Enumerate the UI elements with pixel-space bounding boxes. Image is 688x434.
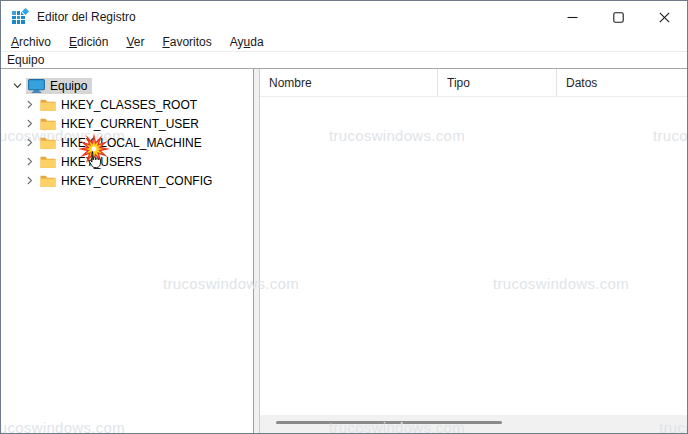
chevron-right-icon[interactable] — [24, 99, 35, 110]
menu-item-favoritos[interactable]: Favoritos — [153, 34, 220, 50]
horizontal-scrollbar-thumb[interactable] — [276, 421, 502, 424]
values-pane: NombreTipoDatos — [260, 69, 687, 433]
close-icon — [659, 12, 670, 23]
chevron-down-icon[interactable] — [12, 80, 23, 91]
column-header-label: Datos — [566, 76, 597, 90]
computer-icon — [28, 79, 45, 93]
folder-icon — [40, 174, 56, 187]
minimize-button[interactable] — [549, 1, 595, 33]
tree-item-hkey-classes-root[interactable]: HKEY_CLASSES_ROOT — [1, 95, 253, 114]
content-area: Equipo HKEY_CLASSES_ROOTHKEY_CURRENT_USE… — [1, 69, 687, 433]
window-title: Editor del Registro — [37, 10, 136, 24]
tree-item-label: Equipo — [50, 79, 87, 93]
menu-item-ayuda[interactable]: Ayuda — [221, 34, 273, 50]
chevron-right-icon[interactable] — [24, 137, 35, 148]
column-header-label: Tipo — [447, 76, 470, 90]
tree-item-equipo[interactable]: Equipo — [1, 76, 253, 95]
chevron-right-icon[interactable] — [24, 156, 35, 167]
menu-item-archivo[interactable]: Archivo — [2, 34, 60, 50]
tree-selection-highlight: Equipo — [26, 78, 92, 94]
tree-pane: Equipo HKEY_CLASSES_ROOTHKEY_CURRENT_USE… — [1, 69, 254, 433]
address-bar[interactable]: Equipo — [1, 52, 687, 69]
tree-item-hkey-local-machine[interactable]: HKEY_LOCAL_MACHINE — [1, 133, 253, 152]
tree-item-label: HKEY_CURRENT_USER — [61, 117, 199, 131]
horizontal-scrollbar[interactable] — [260, 415, 687, 433]
tree-item-label: HKEY_LOCAL_MACHINE — [61, 136, 202, 150]
column-header-datos[interactable]: Datos — [557, 69, 687, 96]
tree-item-label: HKEY_CLASSES_ROOT — [61, 98, 197, 112]
window-controls — [549, 1, 687, 33]
folder-icon — [40, 117, 56, 130]
values-list-body[interactable] — [260, 97, 687, 415]
folder-icon — [40, 155, 56, 168]
tree-item-hkey-users[interactable]: HKEY_USERS — [1, 152, 253, 171]
menu-bar: ArchivoEdiciónVerFavoritosAyuda — [1, 33, 687, 52]
address-bar-value: Equipo — [7, 53, 44, 67]
menu-item-edicion[interactable]: Edición — [60, 34, 117, 50]
chevron-right-icon[interactable] — [24, 118, 35, 129]
title-bar: Editor del Registro — [1, 1, 687, 33]
folder-icon — [40, 136, 56, 149]
registry-app-icon — [12, 9, 28, 25]
registry-editor-window: Editor del Registro ArchivoEdiciónVerFav… — [0, 0, 688, 434]
menu-item-ver[interactable]: Ver — [117, 34, 153, 50]
column-header-tipo[interactable]: Tipo — [438, 69, 557, 96]
maximize-button[interactable] — [595, 1, 641, 33]
folder-icon — [40, 98, 56, 111]
minimize-icon — [567, 12, 578, 23]
chevron-right-icon[interactable] — [24, 175, 35, 186]
tree-item-hkey-current-config[interactable]: HKEY_CURRENT_CONFIG — [1, 171, 253, 190]
column-header-label: Nombre — [269, 76, 312, 90]
tree-item-label: HKEY_CURRENT_CONFIG — [61, 174, 212, 188]
list-column-headers: NombreTipoDatos — [260, 69, 687, 97]
registry-tree: Equipo HKEY_CLASSES_ROOTHKEY_CURRENT_USE… — [1, 69, 253, 190]
tree-item-label: HKEY_USERS — [61, 155, 142, 169]
maximize-icon — [613, 12, 624, 23]
column-header-nombre[interactable]: Nombre — [260, 69, 438, 96]
tree-item-hkey-current-user[interactable]: HKEY_CURRENT_USER — [1, 114, 253, 133]
close-button[interactable] — [641, 1, 687, 33]
